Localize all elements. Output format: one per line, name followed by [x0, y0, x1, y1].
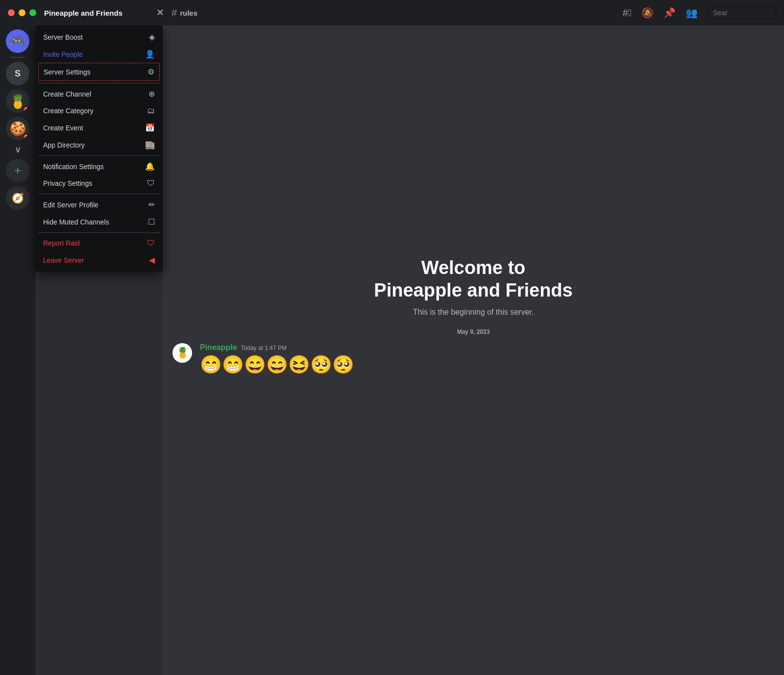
channel-hash-icon: #	[172, 7, 177, 19]
channel-name-text: rules	[180, 9, 197, 17]
message-row: 🍍 Pineapple Today at 1:47 PM 😁😁😄😄😆🥺🥺	[172, 343, 774, 375]
create-event-icon: 📅	[145, 123, 155, 132]
close-button[interactable]	[8, 9, 15, 16]
message-area: 🍍 Pineapple Today at 1:47 PM 😁😁😄😄😆🥺🥺	[163, 343, 784, 385]
server-list: 🎮 S 🍍 2 🍪 2 ∨ + 🧭	[0, 25, 35, 675]
server-icon-pineapple[interactable]: 🍍 2	[6, 89, 29, 113]
menu-item-edit-server-profile[interactable]: Edit Server Profile ✏	[38, 196, 160, 213]
message-content: Pineapple Today at 1:47 PM 😁😁😄😄😆🥺🥺	[200, 343, 354, 375]
menu-divider-1	[38, 83, 160, 83]
menu-item-invite-label: Invite People	[43, 50, 83, 58]
settings-gear-icon: ⚙	[147, 67, 154, 76]
titlebar: Pineapple and Friends ✕ # rules #⃣ 🔕 📌 👥	[0, 0, 784, 25]
pineapple-badge: 2	[23, 106, 29, 113]
menu-item-server-boost[interactable]: Server Boost ◈	[38, 28, 160, 46]
menu-item-report-raid[interactable]: Report Raid 🛡	[38, 235, 160, 251]
minimize-button[interactable]	[19, 9, 25, 16]
menu-item-create-event-label: Create Event	[43, 124, 83, 132]
app-directory-icon: 🏬	[145, 140, 155, 150]
discord-logo: 🎮	[10, 34, 25, 48]
menu-item-create-event[interactable]: Create Event 📅	[38, 119, 160, 136]
menu-item-hide-muted-channels[interactable]: Hide Muted Channels ☐	[38, 213, 160, 230]
invite-icon: 👤	[145, 50, 155, 59]
menu-item-create-category-label: Create Category	[43, 107, 94, 115]
menu-item-invite-people[interactable]: Invite People 👤	[38, 46, 160, 63]
date-divider-text: May 9, 2023	[457, 328, 490, 335]
welcome-subtitle: This is the beginning of this server.	[413, 308, 534, 317]
server-collapse-chevron[interactable]: ∨	[15, 144, 21, 155]
menu-divider-4	[38, 232, 160, 233]
menu-item-hide-muted-label: Hide Muted Channels	[43, 218, 109, 226]
server-menu-close[interactable]: ✕	[156, 7, 164, 18]
menu-item-settings-label: Server Settings	[44, 68, 91, 76]
message-author: Pineapple	[200, 343, 237, 352]
search-input[interactable]	[708, 6, 776, 19]
menu-item-privacy-settings[interactable]: Privacy Settings 🛡	[38, 175, 160, 192]
hashtag-icon[interactable]: #⃣	[623, 7, 632, 19]
menu-item-create-category[interactable]: Create Category 🗂	[38, 102, 160, 119]
menu-item-notification-settings[interactable]: Notification Settings 🔔	[38, 158, 160, 175]
welcome-title: Welcome to Pineapple and Friends	[374, 257, 572, 301]
mute-icon[interactable]: 🔕	[641, 7, 654, 19]
menu-item-app-directory[interactable]: App Directory 🏬	[38, 136, 160, 153]
menu-item-create-channel[interactable]: Create Channel ⊕	[38, 85, 160, 102]
menu-item-app-directory-label: App Directory	[43, 141, 85, 149]
menu-item-server-settings[interactable]: Server Settings ⚙	[38, 63, 160, 81]
report-raid-icon: 🛡	[147, 239, 155, 248]
compass-icon: 🧭	[12, 192, 24, 204]
avatar: 🍍	[172, 343, 192, 363]
add-server-button[interactable]: +	[6, 159, 29, 182]
menu-item-notification-label: Notification Settings	[43, 163, 104, 171]
menu-item-leave-server[interactable]: Leave Server ◀	[38, 251, 160, 269]
notification-bell-icon: 🔔	[145, 162, 155, 171]
maximize-button[interactable]	[29, 9, 36, 16]
channel-header: # rules	[164, 7, 623, 19]
menu-item-edit-profile-label: Edit Server Profile	[43, 201, 98, 209]
traffic-lights	[0, 9, 36, 16]
welcome-line2: Pineapple and Friends	[374, 280, 572, 300]
create-category-icon: 🗂	[147, 106, 155, 115]
checkbox-icon: ☐	[148, 217, 155, 226]
main-content: Welcome to Pineapple and Friends This is…	[163, 25, 784, 675]
menu-item-leave-server-label: Leave Server	[43, 256, 84, 264]
cookie-badge: 2	[23, 133, 29, 140]
server-name-header[interactable]: Pineapple and Friends ✕	[36, 7, 164, 18]
pin-icon[interactable]: 📌	[663, 7, 676, 19]
welcome-area: Welcome to Pineapple and Friends This is…	[163, 25, 784, 675]
message-header: Pineapple Today at 1:47 PM	[200, 343, 354, 352]
server-boost-icon: ◈	[149, 32, 155, 42]
message-emojis: 😁😁😄😄😆🥺🥺	[200, 354, 354, 375]
server-letter: S	[15, 69, 21, 79]
edit-pencil-icon: ✏	[148, 200, 155, 209]
header-actions: #⃣ 🔕 📌 👥	[623, 6, 784, 19]
create-channel-icon: ⊕	[148, 89, 155, 99]
date-divider: May 9, 2023	[451, 328, 496, 335]
server-list-divider	[10, 57, 25, 58]
privacy-shield-icon: 🛡	[147, 179, 155, 188]
channel-sidebar: Server Boost ◈ Invite People 👤 Server Se…	[35, 25, 163, 675]
menu-divider-3	[38, 194, 160, 194]
app-body: 🎮 S 🍍 2 🍪 2 ∨ + 🧭 Server Boost ◈	[0, 25, 784, 675]
server-dropdown-menu: Server Boost ◈ Invite People 👤 Server Se…	[35, 25, 163, 272]
menu-item-privacy-label: Privacy Settings	[43, 179, 92, 187]
menu-item-report-raid-label: Report Raid	[43, 239, 80, 247]
server-icon-cookie[interactable]: 🍪 2	[6, 117, 29, 140]
leave-server-icon: ◀	[149, 255, 155, 265]
avatar-emoji: 🍍	[176, 347, 189, 359]
welcome-line1: Welcome to	[421, 257, 526, 278]
server-name-text: Pineapple and Friends	[44, 9, 122, 17]
menu-item-create-channel-label: Create Channel	[43, 90, 91, 98]
menu-divider-2	[38, 155, 160, 156]
server-icon-s[interactable]: S	[6, 62, 29, 85]
discord-home-icon[interactable]: 🎮	[6, 29, 29, 53]
members-icon[interactable]: 👥	[686, 7, 698, 19]
message-timestamp: Today at 1:47 PM	[241, 345, 287, 351]
discover-servers-button[interactable]: 🧭	[6, 186, 29, 210]
add-server-icon: +	[14, 164, 21, 177]
menu-item-server-boost-label: Server Boost	[43, 33, 83, 41]
